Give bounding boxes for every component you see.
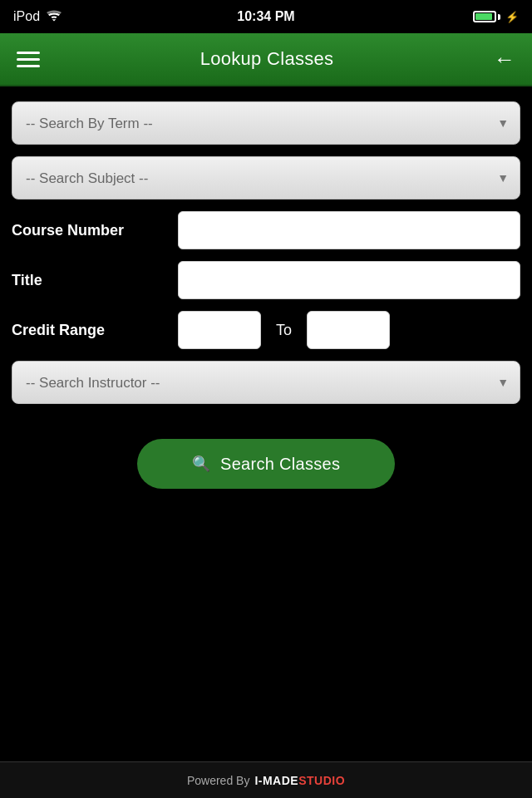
search-button-wrapper: 🔍 Search Classes — [12, 439, 520, 489]
search-instructor-wrapper: -- Search Instructor -- ▼ — [12, 361, 520, 404]
lightning-icon: ⚡ — [505, 11, 519, 23]
search-subject-select[interactable]: -- Search Subject -- — [12, 156, 520, 200]
page-title: Lookup Classes — [200, 48, 334, 70]
credit-to-label: To — [276, 322, 292, 339]
status-right: ⚡ — [473, 11, 519, 23]
status-bar: iPod 10:34 PM ⚡ — [0, 0, 532, 33]
course-number-input[interactable] — [178, 211, 520, 249]
device-name: iPod — [13, 9, 40, 24]
credit-to-input[interactable] — [307, 311, 390, 349]
status-left: iPod — [13, 9, 62, 24]
credit-range-row: Credit Range To — [12, 311, 520, 349]
main-content: -- Search By Term -- ▼ -- Search Subject… — [0, 86, 532, 500]
course-number-label: Course Number — [12, 222, 178, 239]
search-button-label: Search Classes — [220, 455, 340, 474]
header: Lookup Classes ← — [0, 33, 532, 86]
menu-button[interactable] — [17, 52, 40, 67]
wifi-icon — [47, 10, 62, 24]
status-time: 10:34 PM — [237, 9, 294, 24]
brand-main: I-MADE — [254, 774, 298, 787]
search-subject-wrapper: -- Search Subject -- ▼ — [12, 156, 520, 200]
course-number-row: Course Number — [12, 211, 520, 249]
brand-studio: STUDIO — [298, 774, 345, 787]
credit-range-label: Credit Range — [12, 322, 178, 339]
search-by-term-select[interactable]: -- Search By Term -- — [12, 101, 520, 145]
search-instructor-select[interactable]: -- Search Instructor -- — [12, 361, 520, 404]
brand-name: I-MADESTUDIO — [254, 774, 345, 787]
title-input[interactable] — [178, 261, 520, 299]
search-by-term-wrapper: -- Search By Term -- ▼ — [12, 101, 520, 145]
title-label: Title — [12, 272, 178, 289]
search-icon: 🔍 — [192, 455, 210, 473]
search-classes-button[interactable]: 🔍 Search Classes — [137, 439, 395, 489]
back-button[interactable]: ← — [494, 47, 515, 72]
powered-by-text: Powered By — [187, 774, 249, 787]
battery-icon — [473, 11, 500, 22]
footer: Powered By I-MADESTUDIO — [0, 761, 532, 798]
title-row: Title — [12, 261, 520, 299]
credit-from-input[interactable] — [178, 311, 261, 349]
